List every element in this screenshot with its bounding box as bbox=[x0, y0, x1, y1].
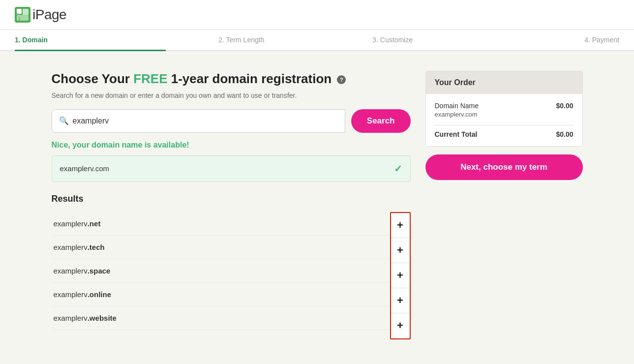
search-button[interactable]: Search bbox=[351, 109, 411, 133]
step-term-length[interactable]: 2. Term Length bbox=[166, 30, 317, 50]
add-net-button[interactable]: + bbox=[391, 213, 410, 238]
ipage-logo-icon: i bbox=[15, 7, 30, 23]
logo-text: iPage bbox=[32, 7, 66, 23]
step-customize[interactable]: 3. Customize bbox=[317, 30, 468, 50]
right-column: Your Order Domain Name examplerv.com $0.… bbox=[425, 71, 583, 330]
order-total-price: $0.00 bbox=[556, 130, 573, 138]
step-payment[interactable]: 4. Payment bbox=[468, 30, 619, 50]
order-domain-value: examplerv.com bbox=[435, 111, 479, 118]
available-message: Nice, your domain name is available! bbox=[52, 141, 411, 150]
search-input-wrapper: 🔍 bbox=[52, 109, 345, 133]
order-domain-price: $0.00 bbox=[556, 102, 573, 110]
selected-domain-name: examplerv.com bbox=[60, 164, 110, 173]
selected-domain-row: examplerv.com ✓ bbox=[52, 155, 411, 182]
result-domain-tech: examplerv.tech bbox=[54, 243, 105, 251]
search-icon: 🔍 bbox=[59, 116, 69, 125]
result-item: examplerv.space bbox=[52, 259, 411, 283]
order-box: Your Order Domain Name examplerv.com $0.… bbox=[425, 71, 583, 147]
svg-text:i: i bbox=[19, 16, 20, 22]
add-space-button[interactable]: + bbox=[391, 263, 410, 288]
left-column: Choose Your FREE 1-year domain registrat… bbox=[52, 71, 411, 330]
info-icon[interactable]: ? bbox=[337, 75, 346, 84]
checkmark-icon: ✓ bbox=[394, 163, 402, 175]
results-container: examplerv.net examplerv.tech examplerv.s… bbox=[52, 212, 411, 330]
order-domain-row: Domain Name examplerv.com $0.00 bbox=[435, 102, 574, 118]
title-prefix: Choose Your bbox=[52, 71, 134, 86]
search-row: 🔍 Search bbox=[52, 109, 411, 133]
result-domain-space: examplerv.space bbox=[54, 267, 111, 275]
add-buttons-column: + + + + + bbox=[390, 212, 411, 339]
result-domain-website: examplerv.website bbox=[54, 314, 117, 322]
steps-nav: 1. Domain 2. Term Length 3. Customize 4.… bbox=[0, 30, 634, 51]
order-header: Your Order bbox=[426, 71, 582, 94]
results-title: Results bbox=[52, 194, 411, 204]
svg-rect-1 bbox=[17, 9, 22, 14]
logo: i iPage bbox=[15, 7, 619, 23]
result-item: examplerv.net bbox=[52, 212, 411, 236]
result-item: examplerv.tech bbox=[52, 236, 411, 259]
subtitle: Search for a new domain or enter a domai… bbox=[52, 91, 411, 99]
search-input[interactable] bbox=[73, 110, 338, 132]
result-domain-online: examplerv.online bbox=[54, 290, 112, 299]
title-suffix: 1-year domain registration bbox=[167, 71, 332, 86]
add-tech-button[interactable]: + bbox=[391, 238, 410, 263]
main-content: Choose Your FREE 1-year domain registrat… bbox=[22, 51, 612, 350]
order-total-label: Current Total bbox=[435, 130, 478, 138]
title-free: FREE bbox=[133, 71, 167, 86]
svg-rect-2 bbox=[23, 9, 29, 15]
order-domain-label: Domain Name examplerv.com bbox=[435, 102, 479, 118]
page-title: Choose Your FREE 1-year domain registrat… bbox=[52, 71, 411, 88]
result-rows: examplerv.net examplerv.tech examplerv.s… bbox=[52, 212, 411, 330]
step-domain[interactable]: 1. Domain bbox=[15, 30, 166, 51]
order-body: Domain Name examplerv.com $0.00 Current … bbox=[426, 94, 582, 146]
result-item: examplerv.online bbox=[52, 283, 411, 306]
next-button[interactable]: Next, choose my term bbox=[425, 154, 583, 180]
result-domain-net: examplerv.net bbox=[54, 219, 101, 228]
order-total-row: Current Total $0.00 bbox=[435, 125, 574, 138]
header: i iPage bbox=[0, 0, 634, 30]
add-website-button[interactable]: + bbox=[391, 313, 410, 338]
result-item: examplerv.website bbox=[52, 306, 411, 330]
add-online-button[interactable]: + bbox=[391, 288, 410, 313]
